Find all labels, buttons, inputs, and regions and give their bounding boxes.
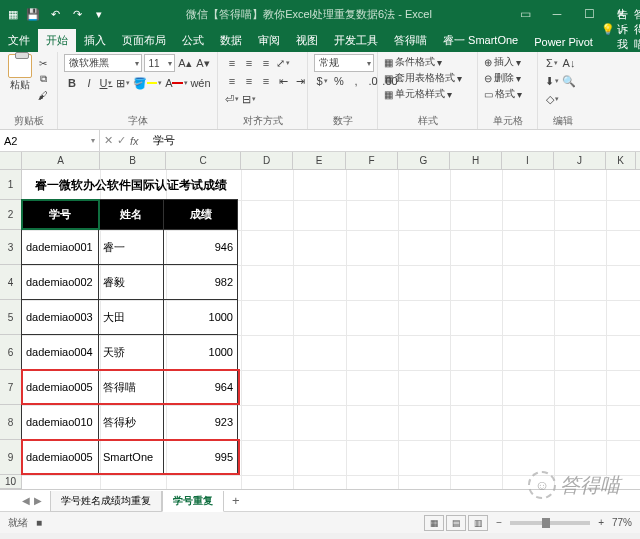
- tab-formulas[interactable]: 公式: [174, 29, 212, 52]
- cell[interactable]: dademiao010: [21, 404, 99, 440]
- conditional-formatting[interactable]: ▦ 条件格式 ▾: [384, 54, 471, 70]
- row-header[interactable]: 3: [0, 230, 21, 265]
- enter-formula-icon[interactable]: ✓: [117, 134, 126, 147]
- row-header[interactable]: 6: [0, 335, 21, 370]
- name-box[interactable]: A2: [0, 130, 100, 151]
- clear-button[interactable]: ◇: [544, 90, 560, 108]
- cell-styles[interactable]: ▦ 单元格样式 ▾: [384, 86, 471, 102]
- tab-file[interactable]: 文件: [0, 29, 38, 52]
- align-top[interactable]: ≡: [224, 54, 240, 72]
- font-color-button[interactable]: A: [164, 74, 189, 92]
- align-right[interactable]: ≡: [258, 72, 274, 90]
- cell[interactable]: dademiao001: [21, 229, 99, 265]
- tell-me[interactable]: 💡告诉我: [601, 7, 628, 52]
- cell[interactable]: 995: [163, 439, 238, 475]
- row-header[interactable]: 9: [0, 440, 21, 475]
- align-bottom[interactable]: ≡: [258, 54, 274, 72]
- tab-right-dademiao[interactable]: 答得喵: [634, 7, 640, 52]
- delete-cells[interactable]: ⊖ 删除 ▾: [484, 70, 531, 86]
- col-header[interactable]: A: [22, 152, 100, 169]
- view-page-break[interactable]: ▥: [468, 515, 488, 531]
- col-header[interactable]: J: [554, 152, 606, 169]
- qat-undo[interactable]: ↶: [46, 5, 64, 23]
- view-page-layout[interactable]: ▤: [446, 515, 466, 531]
- align-middle[interactable]: ≡: [241, 54, 257, 72]
- currency-button[interactable]: $: [314, 72, 330, 90]
- ribbon-options-icon[interactable]: ▭: [510, 3, 540, 25]
- format-cells[interactable]: ▭ 格式 ▾: [484, 86, 531, 102]
- increase-font[interactable]: A▴: [177, 54, 193, 72]
- indent-dec[interactable]: ⇤: [275, 72, 291, 90]
- cell[interactable]: 923: [163, 404, 238, 440]
- border-button[interactable]: ⊞: [115, 74, 131, 92]
- merge-center[interactable]: ⊟: [241, 90, 257, 108]
- cut-button[interactable]: ✂: [35, 56, 51, 70]
- font-name-combo[interactable]: 微软雅黑: [64, 54, 142, 72]
- cell[interactable]: dademiao003: [21, 299, 99, 335]
- cell[interactable]: 大田: [98, 299, 164, 335]
- font-size-combo[interactable]: 11: [144, 54, 176, 72]
- row-header[interactable]: 2: [0, 200, 21, 230]
- view-normal[interactable]: ▦: [424, 515, 444, 531]
- cancel-formula-icon[interactable]: ✕: [104, 134, 113, 147]
- cell[interactable]: 982: [163, 264, 238, 300]
- col-header[interactable]: H: [450, 152, 502, 169]
- sheet-nav-next[interactable]: ▶: [34, 495, 42, 506]
- cell[interactable]: 答得喵: [98, 369, 164, 405]
- cell[interactable]: 1000: [163, 334, 238, 370]
- col-header[interactable]: D: [241, 152, 293, 169]
- cell[interactable]: 答得秒: [98, 404, 164, 440]
- col-header[interactable]: K: [606, 152, 636, 169]
- cell[interactable]: 946: [163, 229, 238, 265]
- comma-button[interactable]: ,: [348, 72, 364, 90]
- sheet-nav-prev[interactable]: ◀: [22, 495, 30, 506]
- tab-dademiao[interactable]: 答得喵: [386, 29, 435, 52]
- zoom-in[interactable]: +: [598, 517, 604, 528]
- align-center[interactable]: ≡: [241, 72, 257, 90]
- tab-insert[interactable]: 插入: [76, 29, 114, 52]
- cell[interactable]: 1000: [163, 299, 238, 335]
- row-header[interactable]: 5: [0, 300, 21, 335]
- row-header[interactable]: 4: [0, 265, 21, 300]
- cell[interactable]: SmartOne: [98, 439, 164, 475]
- align-left[interactable]: ≡: [224, 72, 240, 90]
- tab-view[interactable]: 视图: [288, 29, 326, 52]
- insert-cells[interactable]: ⊕ 插入 ▾: [484, 54, 531, 70]
- zoom-slider[interactable]: [510, 521, 590, 525]
- indent-inc[interactable]: ⇥: [292, 72, 308, 90]
- col-header[interactable]: G: [398, 152, 450, 169]
- underline-button[interactable]: U: [98, 74, 114, 92]
- tab-powerpivot[interactable]: Power Pivot: [526, 32, 601, 52]
- copy-button[interactable]: ⧉: [35, 72, 51, 86]
- phonetic-button[interactable]: wén: [190, 74, 211, 92]
- cell[interactable]: 964: [163, 369, 238, 405]
- add-sheet-button[interactable]: +: [224, 493, 248, 508]
- percent-button[interactable]: %: [331, 72, 347, 90]
- cell[interactable]: dademiao005: [21, 369, 99, 405]
- zoom-level[interactable]: 77%: [612, 517, 632, 528]
- minimize-icon[interactable]: ─: [542, 3, 572, 25]
- wrap-text[interactable]: ⏎: [224, 90, 240, 108]
- select-all-corner[interactable]: [0, 152, 22, 169]
- col-header[interactable]: B: [100, 152, 166, 169]
- row-header[interactable]: 10: [0, 475, 21, 489]
- col-header[interactable]: E: [293, 152, 346, 169]
- row-header[interactable]: 8: [0, 405, 21, 440]
- tab-data[interactable]: 数据: [212, 29, 250, 52]
- fx-icon[interactable]: fx: [130, 135, 143, 147]
- qat-save[interactable]: 💾: [24, 5, 42, 23]
- decrease-font[interactable]: A▾: [195, 54, 211, 72]
- row-header[interactable]: 1: [0, 170, 21, 200]
- format-as-table[interactable]: ▦ 套用表格格式 ▾: [384, 70, 471, 86]
- cell[interactable]: 睿一: [98, 229, 164, 265]
- zoom-out[interactable]: −: [496, 517, 502, 528]
- worksheet-grid[interactable]: A B C D E F G H I J K 1 2 3 4 5 6 7 8 9 …: [0, 152, 640, 489]
- macro-record-icon[interactable]: ■: [36, 517, 42, 528]
- col-header[interactable]: C: [166, 152, 241, 169]
- fill-button[interactable]: ⬇: [544, 72, 560, 90]
- qat-more[interactable]: ▾: [90, 5, 108, 23]
- tab-review[interactable]: 审阅: [250, 29, 288, 52]
- cell[interactable]: dademiao005: [21, 439, 99, 475]
- tab-page-layout[interactable]: 页面布局: [114, 29, 174, 52]
- sheet-tab-2[interactable]: 学号重复: [162, 491, 224, 512]
